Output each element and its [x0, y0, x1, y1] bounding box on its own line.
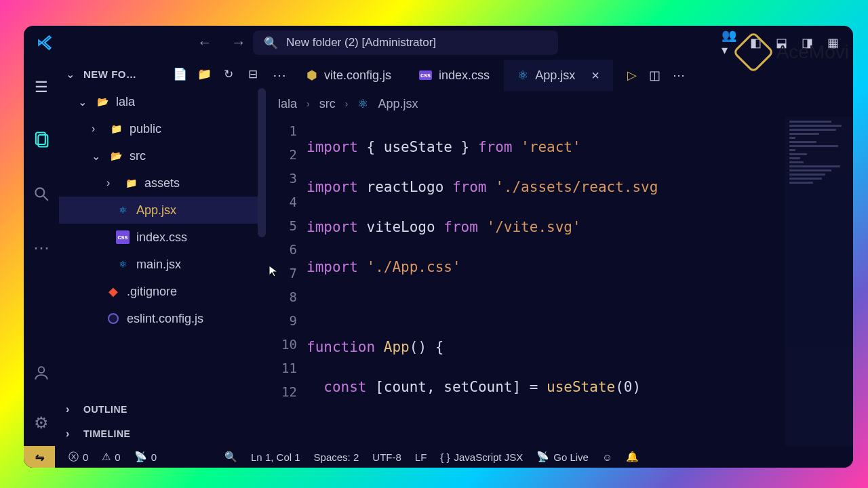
chevron-down-icon[interactable]: ⌄ — [66, 68, 77, 81]
ports-indicator[interactable]: 📡0 — [134, 451, 157, 463]
new-folder-icon[interactable]: 📁 — [197, 66, 212, 81]
breadcrumb[interactable]: lala › src › ⚛ App.jsx — [266, 91, 853, 117]
timeline-section[interactable]: › TIMELINE — [59, 422, 266, 446]
language-mode[interactable]: { }JavaScript JSX — [440, 451, 523, 463]
breadcrumb-part[interactable]: lala — [278, 97, 297, 111]
tree-item-label: assets — [144, 176, 180, 190]
chevron-right-icon: › — [307, 98, 310, 109]
svg-line-3 — [43, 196, 48, 201]
collapse-all-icon[interactable]: ⊟ — [245, 66, 260, 81]
refresh-icon[interactable]: ↻ — [221, 66, 236, 81]
chevron-right-icon: › — [345, 98, 349, 109]
search-icon: 🔍 — [264, 36, 278, 50]
chevron-down-icon: ⌄ — [78, 96, 89, 108]
outline-section[interactable]: › OUTLINE — [59, 397, 266, 422]
folder-open-icon: 📂 — [109, 149, 123, 163]
breadcrumb-part[interactable]: App.jsx — [378, 97, 418, 111]
nav-forward-icon[interactable]: → — [231, 34, 246, 52]
title-bar: ← → 🔍 New folder (2) [Administrator] 👥 ▾… — [24, 26, 853, 60]
app-window: ← → 🔍 New folder (2) [Administrator] 👥 ▾… — [24, 26, 853, 468]
chevron-right-icon: › — [66, 403, 77, 415]
cursor-position[interactable]: Ln 1, Col 1 — [251, 451, 300, 463]
feedback-icon[interactable]: ☺ — [602, 451, 612, 463]
react-icon: ⚛ — [357, 96, 368, 111]
encoding[interactable]: UTF-8 — [372, 451, 401, 463]
chevron-down-icon: ⌄ — [92, 150, 102, 163]
react-icon: ⚛ — [116, 203, 130, 217]
tree-folder-lala[interactable]: ⌄ 📂 lala — [59, 88, 266, 115]
minimap[interactable] — [785, 117, 853, 446]
warnings-indicator[interactable]: ⚠0 — [102, 451, 120, 463]
search-activity-icon[interactable] — [31, 183, 52, 205]
explorer-sidebar: ⌄ NEW FO… 📄 📁 ↻ ⊟ ⌄ 📂 lala › 📁 — [59, 60, 266, 446]
tree-file-eslint-config[interactable]: eslint.config.js — [59, 305, 266, 332]
editor-group: ⋯ ⬢ vite.config.js css index.css ⚛ App.j… — [266, 60, 853, 446]
account-icon[interactable] — [31, 362, 52, 384]
zoom-icon[interactable]: 🔍 — [224, 451, 237, 463]
remote-indicator[interactable]: ⇋ — [24, 446, 55, 468]
notifications-icon[interactable]: 🔔 — [626, 451, 639, 463]
tree-folder-assets[interactable]: › 📁 assets — [59, 169, 266, 197]
svg-point-4 — [39, 367, 45, 373]
tab-overflow-icon[interactable]: ⋯ — [266, 60, 293, 91]
tab-label: index.css — [439, 68, 490, 83]
new-file-icon[interactable]: 📄 — [172, 66, 187, 81]
tree-scrollbar[interactable] — [258, 88, 266, 237]
git-icon: ◆ — [106, 285, 120, 298]
split-editor-icon[interactable]: ◫ — [649, 68, 660, 83]
tree-file-app-jsx[interactable]: ⚛ App.jsx — [59, 197, 266, 224]
indentation[interactable]: Spaces: 2 — [314, 451, 359, 463]
folder-icon: 📁 — [109, 122, 123, 136]
command-center[interactable]: 🔍 New folder (2) [Administrator] — [253, 30, 558, 55]
explorer-icon[interactable] — [31, 129, 52, 150]
error-icon: ⓧ — [68, 451, 79, 464]
chevron-right-icon: › — [92, 123, 102, 135]
tree-item-label: src — [130, 149, 146, 163]
menu-icon[interactable]: ☰ — [35, 79, 48, 96]
chevron-right-icon: › — [106, 177, 117, 189]
tab-index-css[interactable]: css index.css — [406, 60, 504, 91]
eslint-icon — [106, 312, 120, 325]
run-icon[interactable]: ▷ — [627, 68, 637, 83]
tree-file-main-jsx[interactable]: ⚛ main.jsx — [59, 251, 266, 278]
watermark-text: AceMovi — [776, 41, 849, 63]
command-center-text: New folder (2) [Administrator] — [286, 36, 436, 49]
react-icon: ⚛ — [517, 68, 528, 83]
antenna-icon: 📡 — [134, 451, 147, 463]
activity-bar: ☰ ⋯ ⚙ — [24, 60, 59, 446]
tree-file-index-css[interactable]: css index.css — [59, 224, 266, 251]
tree-item-label: eslint.config.js — [127, 312, 203, 326]
tab-label: vite.config.js — [324, 68, 391, 83]
file-tree: ⌄ 📂 lala › 📁 public ⌄ 📂 src › 📁 — [59, 88, 266, 397]
breadcrumb-part[interactable]: src — [319, 97, 336, 111]
vscode-logo-icon — [36, 33, 55, 52]
tab-app-jsx[interactable]: ⚛ App.jsx × — [504, 60, 614, 91]
tree-item-label: App.jsx — [136, 203, 176, 218]
watermark: AceMovi — [738, 37, 849, 67]
eol[interactable]: LF — [415, 451, 427, 463]
more-activity-icon[interactable]: ⋯ — [31, 237, 52, 259]
chevron-right-icon: › — [66, 428, 77, 440]
errors-indicator[interactable]: ⓧ0 — [68, 451, 88, 464]
tab-label: App.jsx — [535, 68, 575, 83]
more-actions-icon[interactable]: ⋯ — [673, 68, 685, 83]
folder-icon: 📁 — [124, 176, 138, 190]
tree-folder-public[interactable]: › 📁 public — [59, 115, 266, 142]
warning-icon: ⚠ — [102, 451, 111, 463]
tree-item-label: .gitignore — [127, 285, 177, 299]
css-icon: css — [419, 70, 432, 80]
status-bar: ⇋ ⓧ0 ⚠0 📡0 🔍 Ln 1, Col 1 Spaces: 2 UTF-8… — [24, 446, 853, 468]
tree-folder-src[interactable]: ⌄ 📂 src — [59, 142, 266, 169]
svg-point-2 — [35, 188, 44, 197]
tree-file-gitignore[interactable]: ◆ .gitignore — [59, 278, 266, 305]
tab-vite-config[interactable]: ⬢ vite.config.js — [293, 60, 406, 91]
watermark-logo-icon — [732, 31, 774, 73]
line-gutter: 123456789101112 — [266, 117, 307, 446]
nav-back-icon[interactable]: ← — [197, 34, 212, 52]
react-icon: ⚛ — [116, 258, 130, 271]
close-icon[interactable]: × — [591, 68, 599, 83]
tree-item-label: public — [130, 122, 161, 136]
go-live[interactable]: 📡Go Live — [536, 451, 589, 463]
code-editor[interactable]: import { useState } from 'react' import … — [307, 117, 853, 446]
settings-gear-icon[interactable]: ⚙ — [31, 412, 52, 434]
